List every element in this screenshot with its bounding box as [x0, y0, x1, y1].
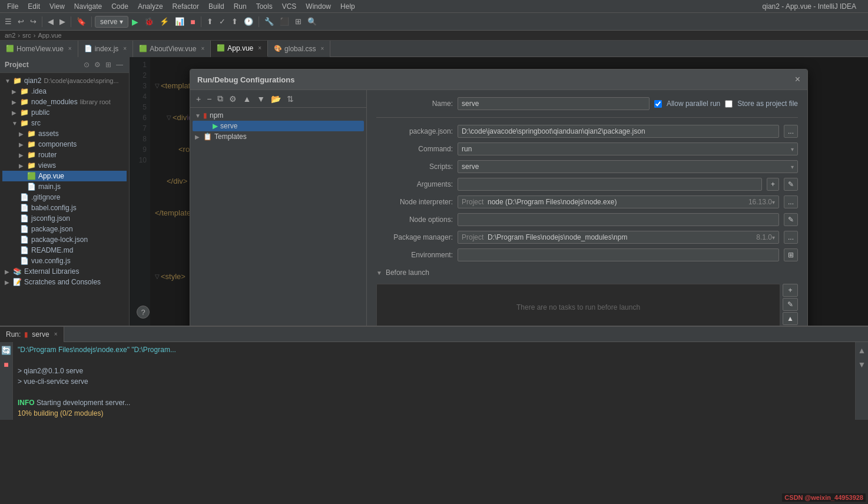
bottom-scroll-up-icon[interactable]: ▲: [857, 344, 867, 356]
node-interpreter-select[interactable]: Project node (D:\Program Files\nodejs\no…: [458, 195, 779, 208]
sidebar-close-btn[interactable]: —: [115, 59, 124, 70]
run-debug-btn[interactable]: 🐞: [142, 16, 156, 27]
tab-close-globalcss[interactable]: ×: [320, 45, 324, 52]
toolbar-search[interactable]: 🔍: [305, 16, 319, 27]
breadcrumb-part-1[interactable]: an2: [5, 32, 15, 39]
allow-parallel-checkbox[interactable]: [654, 100, 662, 108]
dlg-folder-btn[interactable]: 📂: [269, 93, 283, 105]
before-launch-section[interactable]: ▼ Before launch: [376, 266, 798, 279]
before-launch-add-btn[interactable]: +: [783, 284, 798, 297]
tab-close-aboutview[interactable]: ×: [201, 45, 204, 52]
dlg-down-btn[interactable]: ▼: [254, 93, 267, 105]
toolbar-undo[interactable]: ↩: [15, 16, 26, 27]
breadcrumb-part-2[interactable]: src: [22, 32, 31, 39]
before-launch-up-btn[interactable]: ▲: [783, 312, 798, 325]
dialog-help-btn[interactable]: ?: [137, 306, 150, 319]
bottom-restart-icon[interactable]: 🔄: [0, 344, 12, 356]
environment-edit-btn[interactable]: ⊞: [784, 248, 798, 261]
dlg-tree-serve[interactable]: ▶ serve: [193, 121, 364, 131]
sidebar-item-mainjs[interactable]: 📄 main.js: [2, 181, 127, 192]
menu-code[interactable]: Code: [107, 1, 133, 12]
name-input[interactable]: [458, 97, 650, 110]
run-configuration-btn[interactable]: serve ▾: [95, 16, 128, 28]
toolbar-terminal[interactable]: ⬛: [277, 16, 291, 27]
toolbar-forward[interactable]: ▶: [57, 16, 68, 27]
bottom-stop-icon[interactable]: ■: [2, 359, 9, 370]
sidebar-expand-btn[interactable]: ⊞: [104, 59, 112, 70]
node-options-macro-btn[interactable]: ✎: [784, 213, 798, 226]
tab-indexjs[interactable]: 📄 index.js ×: [78, 41, 134, 57]
dlg-tree-templates[interactable]: ▶ 📋 Templates: [193, 131, 364, 142]
package-json-browse-btn[interactable]: ...: [784, 125, 798, 138]
menu-window[interactable]: Window: [301, 1, 336, 12]
breadcrumb-part-3[interactable]: App.vue: [38, 32, 61, 39]
dialog-close-btn[interactable]: ×: [795, 74, 800, 85]
dlg-add-btn[interactable]: +: [194, 93, 203, 105]
dlg-copy-btn[interactable]: ⧉: [215, 92, 226, 105]
menu-edit[interactable]: Edit: [23, 1, 45, 12]
bottom-tab-run[interactable]: Run: ▮ serve ×: [0, 327, 64, 342]
sidebar-item-packagejson[interactable]: 📄 package.json: [2, 224, 127, 234]
node-options-input[interactable]: [458, 213, 779, 226]
menu-build[interactable]: Build: [204, 1, 229, 12]
sidebar-item-gitignore[interactable]: 📄 .gitignore: [2, 192, 127, 203]
store-as-project-checkbox[interactable]: [725, 100, 733, 108]
tab-aboutview[interactable]: 🟩 AboutView.vue ×: [133, 41, 211, 57]
sidebar-item-vueconfig[interactable]: 📄 vue.config.js: [2, 256, 127, 266]
toolbar-git-update[interactable]: ⬆: [204, 16, 216, 27]
menu-run[interactable]: Run: [229, 1, 251, 12]
menu-help[interactable]: Help: [336, 1, 360, 12]
sidebar-item-public[interactable]: ▶ 📁 public: [2, 107, 127, 118]
sidebar-settings-btn[interactable]: ⚙: [93, 59, 102, 70]
menu-navigate[interactable]: Navigate: [69, 1, 107, 12]
bottom-tab-run-close[interactable]: ×: [54, 331, 58, 337]
tab-globalcss[interactable]: 🎨 global.css ×: [268, 41, 330, 57]
toolbar-vcs-diff[interactable]: ⊞: [293, 16, 304, 27]
toolbar-menu-btn[interactable]: ☰: [2, 16, 14, 27]
environment-input[interactable]: [458, 248, 779, 261]
menu-tools[interactable]: Tools: [251, 1, 277, 12]
dlg-settings-btn[interactable]: ⚙: [227, 93, 239, 105]
toolbar-git-commit[interactable]: ✓: [217, 16, 228, 27]
toolbar-redo[interactable]: ↪: [28, 16, 39, 27]
dlg-up-btn[interactable]: ▲: [240, 93, 253, 105]
arguments-edit-btn[interactable]: ✎: [784, 178, 798, 191]
run-coverage-btn[interactable]: ⚡: [157, 16, 171, 27]
sidebar-item-idea[interactable]: ▶ 📁 .idea: [2, 86, 127, 97]
sidebar-item-router[interactable]: ▶ 📁 router: [2, 150, 127, 160]
dlg-remove-btn[interactable]: −: [204, 93, 214, 105]
sidebar-item-external[interactable]: ▶ 📚 External Libraries: [2, 266, 127, 277]
arguments-add-btn[interactable]: +: [767, 178, 779, 191]
sidebar-item-views[interactable]: ▶ 📁 views: [2, 160, 127, 171]
dlg-tree-npm[interactable]: ▼ ▮ npm: [193, 110, 364, 121]
menu-analyze[interactable]: Analyze: [133, 1, 168, 12]
bottom-scroll-down-icon[interactable]: ▼: [857, 359, 867, 370]
toolbar-git-history[interactable]: 🕐: [241, 16, 256, 27]
run-play-btn[interactable]: ▶: [130, 16, 141, 28]
menu-vcs[interactable]: VCS: [277, 1, 302, 12]
sidebar-item-readme[interactable]: 📄 README.md: [2, 245, 127, 256]
toolbar-wrench[interactable]: 🔧: [262, 16, 276, 27]
run-profile-btn[interactable]: 📊: [173, 16, 187, 27]
package-manager-browse-btn[interactable]: ...: [784, 231, 798, 244]
toolbar-bookmark[interactable]: 🔖: [74, 16, 88, 27]
terminal-area[interactable]: "D:\Program Files\nodejs\node.exe" "D:\P…: [13, 342, 855, 420]
scripts-select[interactable]: serve ▾: [458, 160, 798, 173]
tab-appvue[interactable]: 🟩 App.vue ×: [211, 41, 268, 57]
command-select[interactable]: run ▾: [458, 142, 798, 155]
before-launch-edit-btn[interactable]: ✎: [783, 298, 798, 311]
arguments-input[interactable]: [458, 178, 762, 191]
dlg-sort-btn[interactable]: ⇅: [284, 93, 296, 105]
sidebar-item-appvue[interactable]: 🟩 App.vue: [2, 171, 127, 181]
package-manager-select[interactable]: Project D:\Program Files\nodejs\node_mod…: [458, 231, 779, 244]
menu-file[interactable]: File: [2, 1, 23, 12]
toolbar-git-push[interactable]: ⬆: [229, 16, 240, 27]
sidebar-item-nodemodules[interactable]: ▶ 📁 node_modules library root: [2, 97, 127, 107]
tab-close-homeview[interactable]: ×: [68, 45, 72, 52]
sidebar-item-packagelock[interactable]: 📄 package-lock.json: [2, 234, 127, 245]
menu-view[interactable]: View: [45, 1, 69, 12]
sidebar-item-babel[interactable]: 📄 babel.config.js: [2, 203, 127, 213]
sidebar-item-src[interactable]: ▼ 📁 src: [2, 118, 127, 128]
run-stop-btn[interactable]: ■: [188, 16, 197, 28]
menu-refactor[interactable]: Refactor: [168, 1, 204, 12]
